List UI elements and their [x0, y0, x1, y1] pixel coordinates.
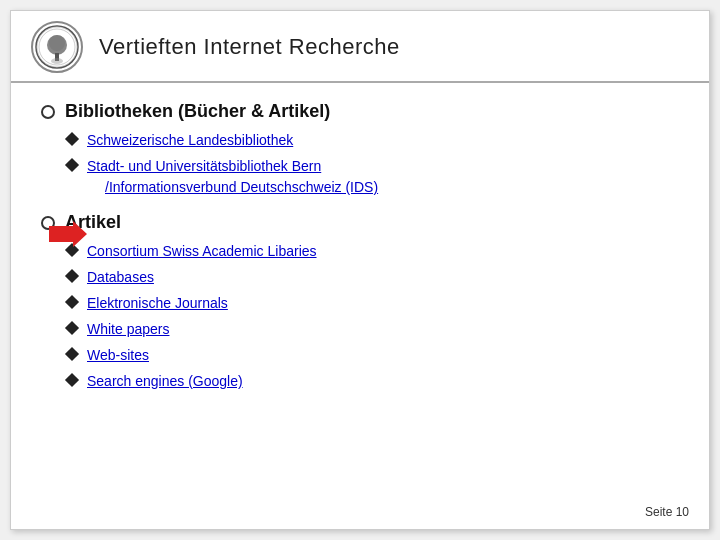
list-item: Stadt- und Universitätsbibliothek Bern /… [67, 156, 679, 198]
slide-header: Vertieften Internet Recherche [11, 11, 709, 83]
link-bern-container: Stadt- und Universitätsbibliothek Bern /… [87, 156, 378, 198]
section-bibliotheken: Bibliotheken (Bücher & Artikel) Schweize… [41, 101, 679, 198]
slide-footer: Seite 10 [645, 505, 689, 519]
diamond-bullet-icon [65, 295, 79, 309]
diamond-bullet-icon [65, 158, 79, 172]
section-bibliotheken-title: Bibliotheken (Bücher & Artikel) [65, 101, 330, 122]
link-whitepapers[interactable]: White papers [87, 319, 169, 340]
slide: Vertieften Internet Recherche Bibliothek… [10, 10, 710, 530]
link-ids[interactable]: /Informationsverbund Deutschschweiz (IDS… [87, 177, 378, 198]
list-item: Web-sites [67, 345, 679, 366]
link-ejournals[interactable]: Elektronische Journals [87, 293, 228, 314]
red-arrow-indicator [49, 221, 87, 251]
link-bern[interactable]: Stadt- und Universitätsbibliothek Bern [87, 156, 378, 177]
list-item: Consortium Swiss Academic Libaries [67, 241, 679, 262]
section-bullet [41, 105, 55, 119]
slide-content: Bibliotheken (Bücher & Artikel) Schweize… [11, 83, 709, 416]
link-websites[interactable]: Web-sites [87, 345, 149, 366]
page-number: Seite 10 [645, 505, 689, 519]
svg-marker-7 [49, 221, 87, 247]
list-item: Databases [67, 267, 679, 288]
diamond-bullet-icon [65, 347, 79, 361]
bibliotheken-items: Schweizerische Landesbibliothek Stadt- u… [41, 130, 679, 198]
university-logo [31, 21, 83, 73]
list-item: Elektronische Journals [67, 293, 679, 314]
diamond-bullet-icon [65, 373, 79, 387]
section-artikel: Artikel Consortium Swiss Academic Libari… [41, 212, 679, 392]
section-bibliotheken-header: Bibliotheken (Bücher & Artikel) [41, 101, 679, 122]
link-search[interactable]: Search engines (Google) [87, 371, 243, 392]
list-item: Search engines (Google) [67, 371, 679, 392]
diamond-bullet-icon [65, 132, 79, 146]
list-item: White papers [67, 319, 679, 340]
link-databases[interactable]: Databases [87, 267, 154, 288]
section-artikel-header: Artikel [41, 212, 679, 233]
list-item: Schweizerische Landesbibliothek [67, 130, 679, 151]
svg-point-3 [49, 35, 65, 51]
slide-title: Vertieften Internet Recherche [99, 34, 400, 60]
diamond-bullet-icon [65, 269, 79, 283]
svg-point-4 [51, 58, 63, 64]
artikel-items: Consortium Swiss Academic Libaries Datab… [41, 241, 679, 392]
link-slb[interactable]: Schweizerische Landesbibliothek [87, 130, 293, 151]
diamond-bullet-icon [65, 321, 79, 335]
link-consortium[interactable]: Consortium Swiss Academic Libaries [87, 241, 317, 262]
